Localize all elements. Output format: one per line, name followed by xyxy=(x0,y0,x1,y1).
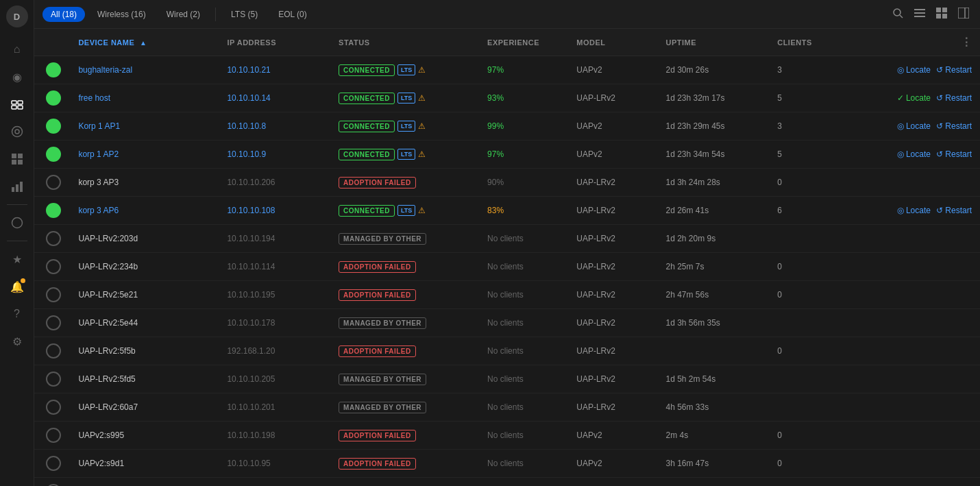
lts-badge: LTS xyxy=(397,64,415,75)
col-clients-header[interactable]: CLIENTS xyxy=(772,29,831,56)
model-cell: UAPv2 xyxy=(571,141,660,169)
star-icon[interactable]: ★ xyxy=(5,247,29,271)
col-experience-header[interactable]: EXPERIENCE xyxy=(482,29,571,56)
svg-rect-18 xyxy=(914,16,925,17)
tab-wired[interactable]: Wired (2) xyxy=(158,7,208,22)
restart-button[interactable]: ↺ Restart xyxy=(933,92,975,104)
table-row: free host10.10.10.14CONNECTEDLTS⚠93%UAP-… xyxy=(34,84,980,112)
svg-rect-23 xyxy=(958,8,969,19)
ip-address[interactable]: 10.10.10.14 xyxy=(227,93,270,103)
uptime-value: 3h 16m 47s xyxy=(665,459,709,468)
col-icon-header xyxy=(34,29,73,56)
device-status-cell xyxy=(34,309,73,337)
experience-cell: No clients xyxy=(482,309,571,337)
ip-address[interactable]: 10.10.10.108 xyxy=(227,206,275,215)
avatar[interactable]: D xyxy=(6,5,28,27)
model-cell: UAP-LRv2 xyxy=(571,281,660,309)
restart-button[interactable]: ↺ Restart xyxy=(933,64,975,76)
model-cell: UAP-LRv2 xyxy=(571,393,660,422)
locate-button[interactable]: ◎ Locate xyxy=(894,204,933,217)
table-row: UAP-LRv2:60a710.10.10.201MANAGED BY OTHE… xyxy=(34,393,980,422)
locate-button[interactable]: ✓ Locate xyxy=(894,92,933,104)
col-ip-header[interactable]: IP ADDRESS xyxy=(221,29,333,56)
list-view-icon[interactable] xyxy=(911,5,928,24)
col-device-name-header[interactable]: DEVICE NAME ▲ xyxy=(73,29,221,56)
circle-icon[interactable] xyxy=(5,210,29,235)
topology-icon[interactable]: ◉ xyxy=(5,64,29,89)
panel-icon[interactable] xyxy=(955,5,972,24)
device-name[interactable]: korp 1 AP2 xyxy=(78,149,119,159)
uptime-value: 1d 23h 29m 45s xyxy=(665,121,724,131)
warning-icon: ⚠ xyxy=(418,93,426,103)
bar-chart-icon[interactable] xyxy=(5,174,29,199)
device-name[interactable]: bughalteria-zal xyxy=(78,65,132,75)
clients-value: 0 xyxy=(777,262,782,271)
ip-address[interactable]: 10.10.10.9 xyxy=(227,149,266,159)
svg-rect-8 xyxy=(12,160,16,165)
help-icon[interactable]: ? xyxy=(5,302,29,326)
device-status-indicator xyxy=(46,315,61,330)
uptime-cell: 2m 4s xyxy=(660,422,772,450)
ip-address-cell: 10.10.10.21 xyxy=(221,56,333,84)
ip-address: 10.10.10.198 xyxy=(227,430,275,440)
status-badge: CONNECTED xyxy=(339,64,395,76)
restart-button[interactable]: ↺ Restart xyxy=(933,120,975,132)
device-name-cell: korp 3 AP3 xyxy=(73,169,221,197)
device-name: UAP-LRv2:5e44 xyxy=(78,318,138,328)
uptime-cell: 1d 3h 24m 28s xyxy=(660,169,772,197)
status-badge: ADOPTION FAILED xyxy=(339,345,416,357)
model-cell: UAP-LRv2 xyxy=(571,225,660,253)
experience-cell: No clients xyxy=(482,253,571,281)
table-row: Korp 1 AP110.10.10.8CONNECTEDLTS⚠99%UAPv… xyxy=(34,112,980,141)
search-icon[interactable] xyxy=(890,5,906,24)
settings-icon[interactable]: ⚙ xyxy=(5,329,29,354)
model-cell: UAP-LRv2 xyxy=(571,253,660,281)
device-name[interactable]: free host xyxy=(78,93,110,103)
ip-address: 192.168.1.20 xyxy=(227,346,275,356)
status-cell: MANAGED BY OTHER xyxy=(333,225,482,253)
home-icon[interactable]: ⌂ xyxy=(5,37,29,62)
bell-icon[interactable]: 🔔 xyxy=(5,274,29,299)
grid-view-icon[interactable] xyxy=(933,5,950,24)
col-status-header[interactable]: STATUS xyxy=(333,29,482,56)
col-model-header[interactable]: MODEL xyxy=(571,29,660,56)
uptime-value: 2d 30m 26s xyxy=(665,65,709,75)
clients-cell: 0 xyxy=(772,281,831,309)
restart-button[interactable]: ↺ Restart xyxy=(933,204,975,217)
device-status-indicator xyxy=(46,400,61,415)
clients-value: 3 xyxy=(777,65,782,75)
ip-address[interactable]: 10.10.10.8 xyxy=(227,121,266,131)
experience-value: 99% xyxy=(487,121,504,131)
model-value: UAP-LRv2 xyxy=(576,262,615,271)
locate-button[interactable]: ◎ Locate xyxy=(894,148,933,160)
uptime-cell: 1d 23h 34m 54s xyxy=(660,141,772,169)
device-name[interactable]: Korp 1 AP1 xyxy=(78,121,120,131)
ip-address[interactable]: 10.10.10.21 xyxy=(227,65,270,75)
model-cell: UAP-LRv2 xyxy=(571,197,660,225)
experience-value: No clients xyxy=(487,402,524,412)
svg-point-13 xyxy=(12,218,22,228)
col-uptime-header[interactable]: UPTIME xyxy=(660,29,772,56)
status-cell: MANAGED BY OTHER xyxy=(333,309,482,337)
uptime-value: 1d 23h 32m 17s xyxy=(665,93,724,103)
more-options-icon[interactable]: ⋮ xyxy=(958,36,975,48)
locate-button[interactable]: ◎ Locate xyxy=(894,64,933,76)
uptime-value: 2d 26m 41s xyxy=(665,206,709,215)
tab-wireless[interactable]: Wireless (16) xyxy=(89,7,154,22)
tab-all[interactable]: All (18) xyxy=(42,7,85,22)
tab-eol[interactable]: EOL (0) xyxy=(270,7,315,22)
model-cell: UAPv2 xyxy=(571,422,660,450)
status-badge: MANAGED BY OTHER xyxy=(339,402,426,413)
device-name[interactable]: korp 3 AP6 xyxy=(78,206,119,215)
tab-lts[interactable]: LTS (5) xyxy=(223,7,266,22)
experience-value: 83% xyxy=(487,206,504,215)
device-name-cell: UAP-LRv2:5f5b xyxy=(73,337,221,365)
svg-rect-2 xyxy=(12,106,16,109)
stats-grid-icon[interactable] xyxy=(5,147,29,171)
restart-button[interactable]: ↺ Restart xyxy=(933,148,975,160)
locate-button[interactable]: ◎ Locate xyxy=(894,120,933,132)
device-name-cell: korp 1 AP2 xyxy=(73,141,221,169)
clients-icon[interactable] xyxy=(5,119,29,144)
model-value: UAP-LRv2 xyxy=(576,234,615,243)
devices-icon[interactable] xyxy=(5,92,29,117)
